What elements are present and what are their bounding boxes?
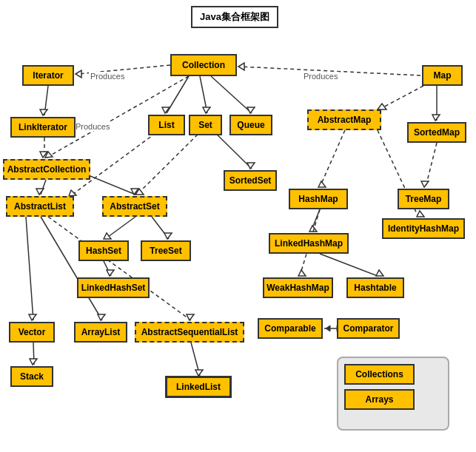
svg-line-6 [167,76,189,113]
node-vector: Vector [9,322,55,343]
svg-marker-52 [29,314,36,320]
svg-marker-11 [247,107,255,113]
svg-marker-60 [195,370,203,376]
node-collection: Collection [170,54,237,76]
svg-line-10 [211,76,252,113]
diagram: Java集合框架图 [0,0,476,452]
svg-marker-31 [318,181,326,187]
svg-marker-39 [164,233,172,239]
svg-line-51 [26,217,33,320]
svg-marker-54 [98,314,105,320]
node-weakhashmap: WeakHashMap [263,277,333,298]
svg-line-40 [311,209,320,232]
svg-line-38 [152,217,169,239]
svg-line-4 [44,86,48,115]
svg-line-26 [137,125,207,195]
svg-marker-43 [107,270,114,276]
node-stack: Stack [10,366,53,387]
node-queue: Queue [229,115,272,135]
node-comparable: Comparable [258,318,323,339]
svg-marker-27 [135,189,144,195]
svg-line-57 [33,343,34,365]
produces-label-1: Produces [89,72,126,81]
title-box: Java集合框架图 [191,6,278,28]
svg-marker-33 [421,181,429,187]
node-map: Map [422,65,463,86]
svg-marker-3 [238,63,244,70]
produces-label-2: Produces [302,72,339,81]
node-abstractmap: AbstractMap [307,109,381,130]
node-comparator: Comparator [337,318,400,339]
svg-line-30 [320,130,345,187]
node-abstractlist: AbstractList [6,196,74,217]
legend-container: Collections Arrays [337,357,449,431]
svg-marker-13 [378,104,386,109]
node-sortedset: SortedSet [224,170,277,191]
node-linkedhashset: LinkedHashSet [77,277,150,298]
svg-marker-50 [326,325,330,331]
node-hashtable: Hashtable [346,277,404,298]
produces-label-3: Produces [74,122,111,131]
svg-marker-35 [417,211,424,217]
node-iterator: Iterator [22,65,74,86]
node-arraylist: ArrayList [74,322,127,343]
node-arrays: Arrays [344,389,415,410]
node-abstractset: AbstractSet [102,196,167,217]
node-identityhashmap: IdentityHashMap [382,218,465,239]
svg-line-20 [41,180,46,195]
svg-marker-5 [40,109,47,115]
svg-marker-45 [298,270,306,276]
svg-marker-29 [247,163,255,169]
svg-line-12 [379,86,423,109]
node-list: List [148,115,185,135]
title-text: Java集合框架图 [200,10,269,24]
svg-line-59 [191,343,200,376]
svg-marker-17 [45,152,53,158]
node-collections: Collections [344,364,415,385]
svg-marker-15 [432,115,440,121]
svg-marker-19 [40,152,47,158]
node-linkiterator: LinkIterator [10,117,76,138]
svg-marker-58 [30,359,37,365]
node-hashmap: HashMap [289,189,348,209]
node-hashset: HashSet [78,240,129,261]
svg-line-42 [104,261,111,276]
svg-marker-56 [187,314,194,320]
svg-line-55 [48,217,191,320]
svg-marker-37 [104,233,111,239]
node-linkedlist: LinkedList [165,376,232,398]
svg-marker-41 [309,226,317,232]
svg-line-46 [320,254,378,276]
svg-marker-47 [376,270,383,276]
svg-marker-9 [203,107,210,113]
svg-line-32 [426,143,437,187]
node-treeset: TreeSet [141,240,191,261]
node-set: Set [189,115,222,135]
node-abstractcollection: AbstractCollection [3,159,90,180]
svg-line-53 [41,217,102,320]
svg-line-36 [105,217,135,239]
svg-marker-1 [76,70,81,78]
node-sortedmap: SortedMap [407,122,466,143]
node-treemap: TreeMap [398,189,449,209]
node-linkedhashmap: LinkedHashMap [269,233,349,254]
node-abstractsequentiallist: AbstractSequentialList [135,322,244,343]
svg-marker-23 [131,189,138,195]
svg-marker-25 [69,190,76,196]
svg-marker-21 [36,189,44,195]
svg-marker-7 [162,107,170,113]
svg-line-8 [200,76,207,113]
